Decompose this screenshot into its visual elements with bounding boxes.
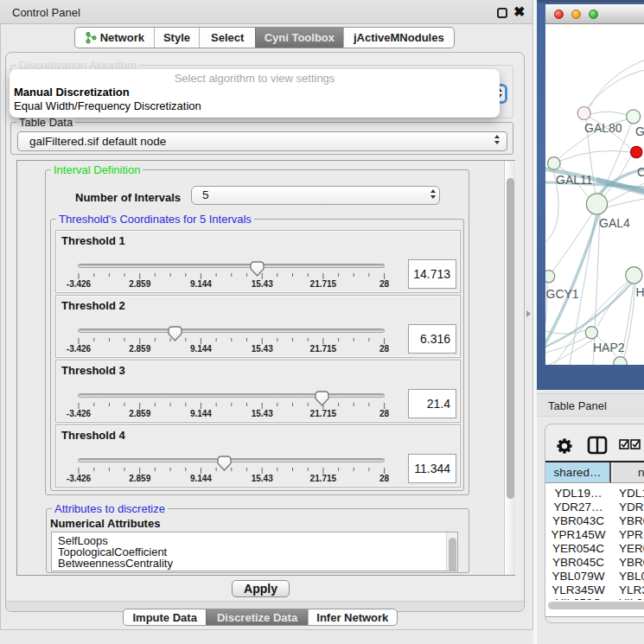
svg-text:GAL4: GAL4	[599, 216, 630, 230]
svg-text:C: C	[637, 165, 644, 179]
svg-text:HAP2: HAP2	[593, 341, 625, 354]
svg-text:GAL80: GAL80	[584, 121, 622, 135]
svg-text:H: H	[636, 285, 644, 299]
svg-text:GCY1: GCY1	[546, 287, 579, 301]
svg-text:GA: GA	[635, 124, 644, 138]
svg-text:GAL11: GAL11	[556, 173, 593, 187]
